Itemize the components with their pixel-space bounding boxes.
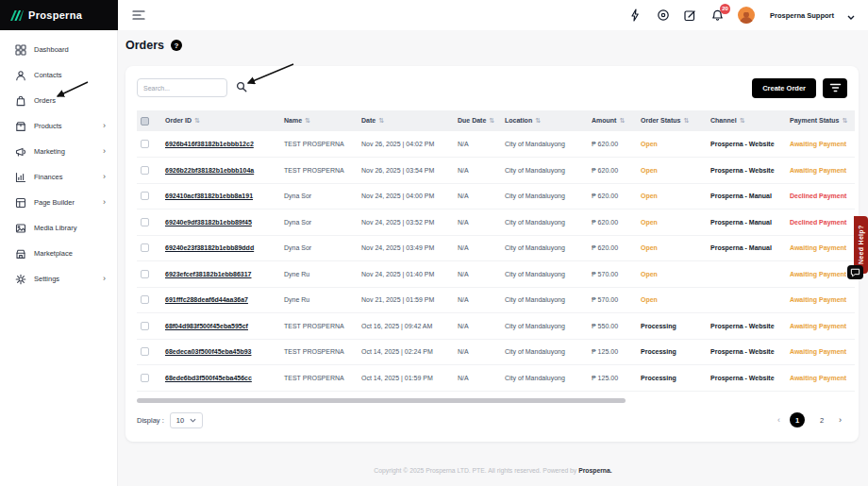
cell-order-status: Open — [637, 287, 707, 313]
order-id-link[interactable]: 692410acf38182b1ebb8a191 — [165, 193, 253, 199]
cell-channel: Prosperna - Manual — [707, 235, 786, 261]
sidebar-item-label: Settings — [34, 275, 59, 283]
help-icon[interactable]: ? — [171, 40, 182, 51]
cell-location: City of Mandaluyong — [501, 261, 588, 288]
cell-checkbox — [137, 261, 161, 288]
table-row[interactable]: 6923efcef38182b1ebb86317 Dyne Ru Nov 24,… — [137, 261, 855, 288]
order-id-link[interactable]: 6926b22bf38182b1ebbb104a — [165, 167, 254, 174]
cell-order-id: 69240e23f38182b1ebb89ddd — [161, 235, 280, 261]
column-header-name[interactable]: Name⇅ — [280, 110, 358, 131]
cell-due-date: N/A — [454, 339, 501, 365]
order-status-badge: Open — [641, 167, 658, 174]
row-checkbox[interactable] — [141, 192, 149, 200]
marketplace-store-icon — [15, 248, 26, 260]
order-id-link[interactable]: 69240e9df38182b1ebb89f45 — [165, 219, 252, 226]
order-id-link[interactable]: 691fffc288deaf6d44aa36a7 — [165, 296, 248, 303]
cell-due-date: N/A — [454, 313, 501, 340]
table-row[interactable]: 6926b416f38182b1ebbb12c2 TEST PROSPERNA … — [137, 131, 855, 158]
sidebar-item-finances[interactable]: Finances › — [0, 164, 117, 190]
page-size-select[interactable]: 10 — [170, 412, 203, 428]
column-header-channel[interactable]: Channel⇅ — [707, 110, 786, 131]
cell-name: Dyna Sor — [280, 209, 358, 236]
finances-chart-icon — [15, 172, 26, 183]
horizontal-scrollbar[interactable] — [137, 398, 626, 403]
cell-payment-status: Declined Payment — [786, 183, 855, 209]
table-row[interactable]: 692410acf38182b1ebb8a191 Dyna Sor Nov 24… — [137, 183, 855, 209]
row-checkbox[interactable] — [141, 347, 149, 356]
row-checkbox[interactable] — [141, 166, 149, 175]
chevron-down-icon[interactable] — [847, 7, 855, 24]
cell-checkbox — [137, 183, 161, 209]
table-row[interactable]: 6926b22bf38182b1ebbb104a TEST PROSPERNA … — [137, 158, 855, 184]
sidebar-item-media-library[interactable]: Media Library — [0, 215, 117, 241]
order-id-link[interactable]: 6926b416f38182b1ebbb12c2 — [165, 141, 254, 147]
cell-amount: ₱ 125.00 — [588, 339, 637, 365]
sidebar-item-contacts[interactable]: Contacts — [0, 62, 117, 88]
column-header-payment-status[interactable]: Payment Status⇅ — [786, 110, 855, 131]
row-checkbox[interactable] — [141, 218, 149, 226]
row-checkbox[interactable] — [141, 270, 149, 278]
sort-icon: ⇅ — [378, 117, 384, 124]
sort-icon: ⇅ — [619, 117, 625, 124]
cell-name: TEST PROSPERNA — [280, 365, 358, 392]
table-row[interactable]: 691fffc288deaf6d44aa36a7 Dyne Ru Nov 21,… — [137, 287, 855, 313]
main-content: Orders ? Create Order — [118, 30, 868, 486]
compose-icon[interactable] — [683, 8, 697, 23]
row-checkbox[interactable] — [141, 140, 149, 148]
page-2-button[interactable]: 2 — [814, 412, 829, 427]
prev-page-button[interactable]: ‹ — [777, 416, 780, 425]
row-checkbox[interactable] — [141, 243, 149, 252]
column-header-amount[interactable]: Amount⇅ — [588, 110, 637, 131]
order-id-link[interactable]: 6923efcef38182b1ebb86317 — [165, 271, 251, 277]
filter-button[interactable] — [823, 78, 847, 98]
cell-date: Nov 24, 2025 | 03:49 PM — [358, 235, 454, 261]
cell-order-id: 6926b416f38182b1ebbb12c2 — [161, 131, 280, 158]
sidebar-item-orders[interactable]: Orders — [0, 88, 117, 113]
cell-location: City of Mandaluyong — [501, 235, 588, 261]
order-id-link[interactable]: 69240e23f38182b1ebb89ddd — [165, 244, 254, 251]
notifications-bell-icon[interactable]: 20 — [710, 8, 725, 23]
next-page-button[interactable]: › — [839, 416, 842, 425]
column-header-order-status[interactable]: Order Status⇅ — [637, 110, 707, 131]
chat-bubble-icon — [850, 268, 860, 277]
order-id-link[interactable]: 68ede6bd3f500f45eba456cc — [165, 375, 252, 381]
sidebar-item-dashboard[interactable]: Dashboard — [0, 37, 117, 62]
select-all-checkbox[interactable] — [141, 117, 149, 126]
page-1-button[interactable]: 1 — [790, 412, 805, 427]
cell-location: City of Mandaluyong — [501, 339, 588, 365]
support-account-label[interactable]: Prosperna Support — [770, 11, 834, 20]
column-header-location[interactable]: Location⇅ — [501, 110, 588, 131]
table-row[interactable]: 68edeca03f500f45eba45b93 TEST PROSPERNA … — [137, 339, 855, 365]
sidebar-toggle[interactable] — [131, 8, 145, 23]
sidebar-item-settings[interactable]: Settings › — [0, 266, 117, 292]
table-row[interactable]: 69240e23f38182b1ebb89ddd Dyna Sor Nov 24… — [137, 235, 855, 261]
row-checkbox[interactable] — [141, 322, 149, 330]
create-order-button[interactable]: Create Order — [752, 78, 816, 98]
sidebar-item-products[interactable]: Products › — [0, 113, 117, 139]
table-row[interactable]: 68f04d983f500f45eba595cf TEST PROSPERNA … — [137, 313, 855, 340]
sidebar-item-page-builder[interactable]: Page Builder › — [0, 190, 117, 215]
order-id-link[interactable]: 68edeca03f500f45eba45b93 — [165, 348, 251, 355]
sort-icon: ⇅ — [489, 117, 494, 124]
chat-widget-button[interactable] — [847, 265, 863, 279]
row-checkbox[interactable] — [141, 374, 149, 382]
column-header-order-id[interactable]: Order ID⇅ — [161, 110, 280, 131]
table-row[interactable]: 68ede6bd3f500f45eba456cc TEST PROSPERNA … — [137, 365, 855, 392]
target-icon[interactable] — [656, 8, 670, 23]
lightning-icon[interactable] — [628, 8, 643, 23]
table-row[interactable]: 69240e9df38182b1ebb89f45 Dyna Sor Nov 24… — [137, 209, 855, 236]
sidebar-item-marketplace[interactable]: Marketplace — [0, 241, 117, 266]
cell-payment-status: Awaiting Payment — [786, 131, 855, 158]
footer-brand-link[interactable]: Prosperna. — [578, 467, 612, 474]
search-input[interactable] — [137, 78, 227, 97]
search-icon[interactable] — [236, 79, 247, 96]
avatar[interactable] — [738, 7, 755, 24]
cell-amount: ₱ 570.00 — [588, 287, 637, 313]
order-id-link[interactable]: 68f04d983f500f45eba595cf — [165, 323, 248, 329]
column-header-due-date[interactable]: Due Date⇅ — [454, 110, 501, 131]
row-checkbox[interactable] — [141, 295, 149, 304]
sidebar-item-marketing[interactable]: Marketing › — [0, 139, 117, 164]
cell-order-id: 6923efcef38182b1ebb86317 — [161, 261, 280, 288]
column-header-date[interactable]: Date⇅ — [358, 110, 454, 131]
cell-amount: ₱ 570.00 — [588, 261, 637, 288]
